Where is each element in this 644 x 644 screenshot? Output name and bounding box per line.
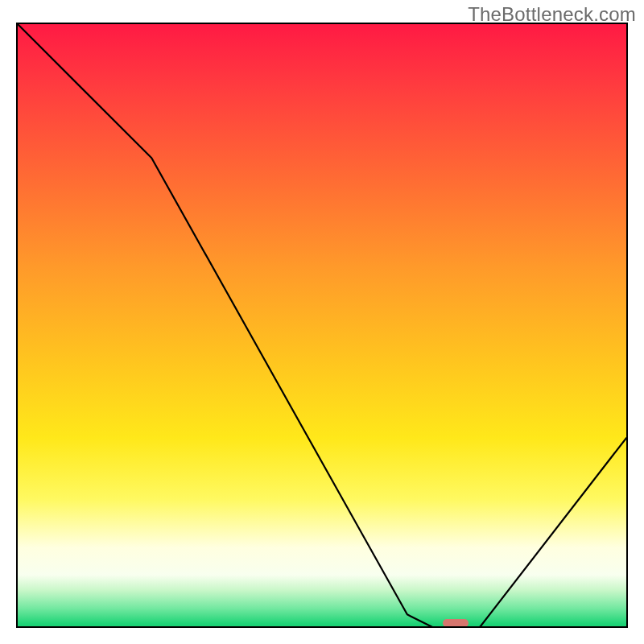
- watermark-text: TheBottleneck.com: [468, 3, 636, 26]
- bottleneck-curve: [18, 24, 626, 628]
- plot-area: [16, 23, 628, 628]
- chart-frame: TheBottleneck.com: [0, 0, 644, 644]
- optimal-marker: [443, 619, 469, 627]
